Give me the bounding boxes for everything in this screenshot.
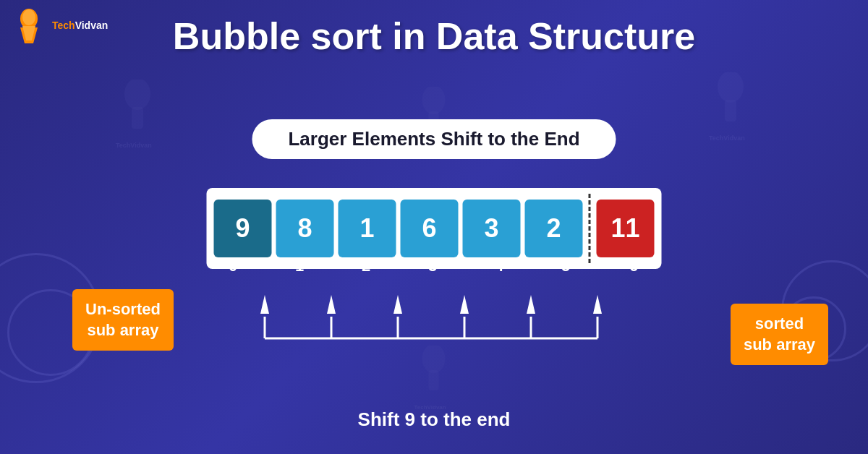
index-1: 1 — [266, 257, 333, 275]
array-cell-5: 2 — [525, 200, 583, 257]
bottom-caption: Shift 9 to the end — [358, 408, 511, 431]
array-cell-4: 3 — [463, 200, 521, 257]
watermark-center-bottom: TechVidvan — [414, 346, 454, 411]
watermark-left: TechVidvan — [116, 80, 159, 149]
svg-marker-21 — [327, 295, 336, 314]
svg-marker-24 — [527, 295, 535, 314]
sorted-label: sortedsub array — [731, 304, 828, 365]
svg-rect-3 — [725, 100, 736, 121]
array-cell-2: 1 — [339, 200, 396, 257]
array-cell-1: 8 — [276, 200, 334, 257]
array-divider — [589, 194, 591, 263]
svg-point-6 — [422, 346, 446, 373]
array-cell-0: 9 — [214, 200, 272, 257]
svg-marker-23 — [460, 295, 469, 314]
svg-marker-22 — [393, 295, 402, 314]
svg-point-4 — [422, 87, 446, 114]
subtitle-banner: Larger Elements Shift to the End — [252, 119, 616, 159]
index-6: 6 — [599, 257, 668, 275]
arrows-bracket — [231, 280, 637, 346]
bracket-svg — [231, 280, 637, 346]
svg-point-2 — [718, 72, 744, 103]
array-cell-6: 11 — [597, 200, 655, 257]
svg-point-0 — [124, 80, 150, 110]
index-0: 0 — [200, 257, 266, 275]
svg-marker-25 — [593, 295, 602, 314]
page-title: Bubble sort in Data Structure — [0, 14, 868, 58]
svg-rect-1 — [132, 107, 143, 129]
index-5: 5 — [532, 257, 599, 275]
array-cell-3: 6 — [401, 200, 459, 257]
subtitle-text: Larger Elements Shift to the End — [288, 128, 579, 150]
svg-rect-7 — [429, 370, 439, 390]
index-3: 3 — [399, 257, 466, 275]
index-4: 4 — [466, 257, 532, 275]
index-2: 2 — [333, 257, 399, 275]
watermark-right: TechVidvan — [709, 72, 752, 142]
index-row: 0 1 2 3 4 5 6 — [200, 257, 668, 275]
unsorted-label: Un-sortedsub array — [72, 289, 174, 351]
svg-marker-20 — [260, 295, 269, 314]
